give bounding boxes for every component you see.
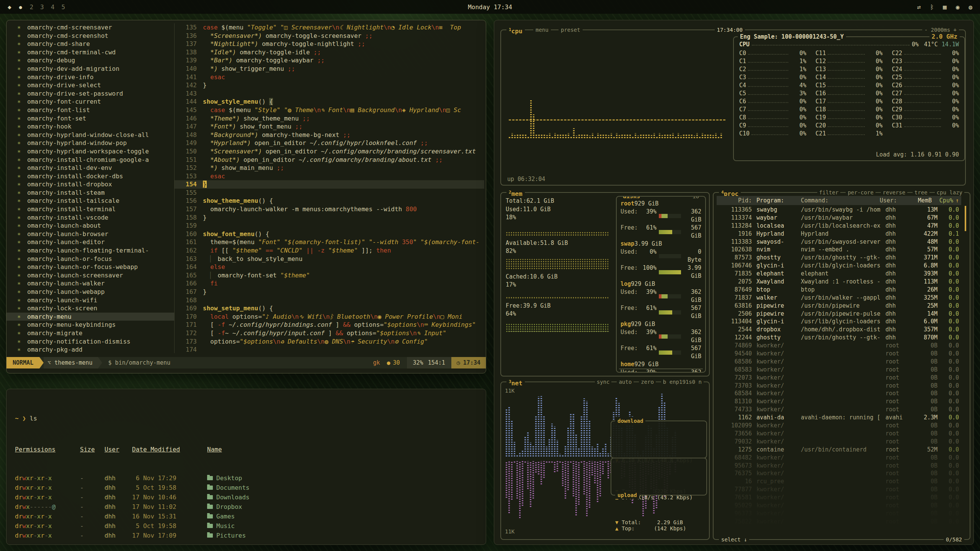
process-row[interactable]: 87649btopbtopdhh26M0.0 [717,286,961,294]
net-panel-title[interactable]: 3net [506,378,525,388]
workspace-button[interactable]: 5 [61,3,65,11]
process-row[interactable]: 96373kworker/root0B0.0 [717,510,961,518]
file-item[interactable]: ∗omarchy-launch-editor [7,238,174,246]
proc-control-tree[interactable]: tree [913,189,929,196]
preset-button[interactable]: preset [559,26,583,34]
process-row[interactable]: 2075XwaylandXwayland :1 -rootless -dhh11… [717,278,961,286]
process-row[interactable]: 2506pipewire/usr/bin/pipewire-pulsedhh14… [717,310,961,318]
file-item[interactable]: ∗omarchy-install-chromium-google-a [7,156,174,164]
file-item[interactable]: ∗omarchy-hook [7,122,174,131]
process-row[interactable]: 95029kworker/root0B0.0 [717,502,961,510]
screen-share-icon[interactable]: ⇄ [917,3,921,11]
file-item[interactable]: ∗omarchy-install-docker-dbs [7,172,174,181]
file-item[interactable]: ∗omarchy-launch-or-focus-webapp [7,263,174,271]
process-row[interactable]: 2544dropbox/home/dhh/.dropbox-distdhh357… [717,326,961,334]
disks-title[interactable]: disks [621,196,642,201]
process-row[interactable]: 79032kworker/root0B0.0 [717,438,961,446]
workspace-button[interactable]: 3 [40,3,44,11]
process-row[interactable]: 113383swayosd-/usr/bin/swayosd-serverdhh… [717,238,961,246]
proc-column-header[interactable]: MemB [908,197,932,204]
process-row[interactable]: 16rcu_preeroot0B0.0 [717,478,961,486]
file-item[interactable]: ∗omarchy-install-vscode [7,214,174,222]
proc-control-cpu-lazy[interactable]: cpu lazy [935,189,964,196]
sort-arrow-icon[interactable]: ↑ [956,197,959,204]
file-item[interactable]: ∗omarchy-pkg-add [7,346,174,353]
process-row[interactable]: 1275containe/usr/bin/containerdroot52M0.… [717,446,961,454]
file-item[interactable]: ∗omarchy-drive-set-password [7,90,174,98]
file-item[interactable]: ∗omarchy-cmd-screensaver [7,23,174,32]
file-item[interactable]: ∗omarchy-font-set [7,114,174,123]
file-item[interactable]: ∗omarchy-hyprland-window-close-all [7,131,174,139]
menu-button[interactable]: menu [533,26,551,34]
process-row[interactable]: 12244ghostty/usr/bin/ghostty --gtk-dhh87… [717,334,961,342]
net-control-zero[interactable]: zero [639,378,656,386]
file-item[interactable]: ∗omarchy-launch-about [7,222,174,230]
select-hint[interactable]: select ↓ [719,536,749,543]
file-item[interactable]: ∗omarchy-launch-walker [7,279,174,288]
process-row[interactable]: 106746glycin-i/usr/lib/glycin-loadersdhh… [717,262,961,270]
os-logo-icon[interactable]: ◆ [8,3,11,11]
process-row[interactable]: 102638nvimnvim --embed .dhh57M0.0 [717,246,961,254]
process-row[interactable]: 94540kworker/root0B0.0 [717,350,961,358]
monitor-graph-icon[interactable]: ▦ [943,3,947,11]
file-item[interactable]: ∗omarchy-cmd-share [7,40,174,48]
process-row[interactable]: 77877kworker/root0B0.0 [717,486,961,494]
process-row[interactable]: 74869kworker/root0B0.0 [717,342,961,350]
file-item[interactable]: ∗omarchy-install-dev-env [7,164,174,172]
file-item[interactable]: ∗omarchy-launch-browser [7,230,174,238]
file-item[interactable]: ∗omarchy-cmd-screenshot [7,32,174,40]
process-row[interactable]: 73703kworker/root0B0.0 [717,382,961,390]
cpu-panel-title[interactable]: 1cpu [506,26,525,36]
file-item[interactable]: ∗omarchy-launch-webapp [7,288,174,296]
process-row[interactable]: 102099kworker/root0B0.0 [717,422,961,430]
process-row[interactable]: 113365swaybg/usr/bin/swaybg -i /homdhh13… [717,206,961,214]
file-item[interactable]: ∗omarchy-launch-floating-terminal- [7,246,174,255]
process-row[interactable]: 73656kworker/root0B0.0 [717,430,961,438]
process-row[interactable]: 76375kworker/root0B0.0 [717,469,961,478]
process-row[interactable]: 81310kworker/root0B0.0 [717,398,961,406]
process-row[interactable]: 113374waybar/usr/bin/waybardhh67M0.0 [717,214,961,222]
proc-control-reverse[interactable]: reverse [881,189,907,196]
process-row[interactable]: 113284localsea/usr/lib/localsearch-exdhh… [717,222,961,230]
file-item[interactable]: ∗omarchy-hyprland-window-pop [7,139,174,147]
file-item[interactable]: ∗omarchy-drive-info [7,73,174,82]
process-row[interactable]: 68583kworker/root0B0.0 [717,366,961,374]
net-control-auto[interactable]: auto [617,378,634,386]
proc-control-per-core[interactable]: per-core [846,189,875,196]
process-scrollbar[interactable] [964,206,967,529]
process-row[interactable]: 71835elephantelephantdhh393M0.0 [717,270,961,278]
file-item[interactable]: ∗omarchy-launch-wifi [7,296,174,305]
process-row[interactable]: 68586kworker/root0B0.0 [717,358,961,366]
file-tree[interactable]: ∗omarchy-cmd-screensaver∗omarchy-cmd-scr… [7,23,175,353]
process-row[interactable]: 74733kworker/root0B0.0 [717,406,961,414]
proc-column-header[interactable]: Cpu% [932,197,953,204]
power-icon[interactable]: ◉ [956,3,960,11]
terminal-output[interactable]: ~ ❯ ls PermissionsSizeUserDate ModifiedN… [15,395,480,541]
file-item[interactable]: ∗omarchy-hyprland-workspace-toggle [7,147,174,156]
process-row[interactable]: 87573ghostty/usr/bin/ghostty --gtk-dhh37… [717,254,961,262]
process-row[interactable]: 1916HyprlandHyprlanddhh422M0.1 [717,230,961,238]
proc-column-header[interactable]: Program: [756,197,801,204]
process-row[interactable]: 68584kworker/root0B0.0 [717,390,961,398]
process-row[interactable]: 68482kworker/root0B0.0 [717,454,961,462]
process-row[interactable]: 95673kworker/root0B0.0 [717,462,961,470]
proc-column-header[interactable]: User: [880,197,908,204]
file-item[interactable]: ∗omarchy-notification-dismiss [7,337,174,346]
process-list[interactable]: 113365swaybg/usr/bin/swaybg -i /homdhh13… [717,206,961,529]
file-item[interactable]: ∗omarchy-migrate [7,329,174,337]
file-item[interactable]: ∗omarchy-launch-screensaver [7,271,174,280]
file-item[interactable]: ∗omarchy-dev-add-migration [7,65,174,73]
net-control-b[interactable]: b enp191s0 n [661,378,704,386]
process-row[interactable]: 75822kworker/root0B0.0 [717,518,961,526]
file-item[interactable]: ∗omarchy-install-steam [7,189,174,197]
process-row[interactable]: 72073kworker/root0B0.0 [717,374,961,382]
process-table-header[interactable]: Pid:Program:Command:User:MemBCpu%↑ [717,196,961,205]
file-item[interactable]: ∗omarchy-install-terminal [7,205,174,214]
process-row[interactable]: 63816pipewire/usr/bin/pipewiredhh25M0.0 [717,302,961,310]
code-editor[interactable]: 135case $(menu "Toggle" "◫ Screensaver\n… [175,23,484,353]
process-row[interactable]: 113404glycin-i/usr/lib/glycin-loadersdhh… [717,318,961,326]
file-item[interactable]: ∗omarchy-font-current [7,98,174,106]
file-item[interactable]: ∗omarchy-lock-screen [7,304,174,313]
file-item[interactable]: ∗omarchy-menu-keybindings [7,321,174,329]
proc-control-filter[interactable]: filter [817,189,841,196]
